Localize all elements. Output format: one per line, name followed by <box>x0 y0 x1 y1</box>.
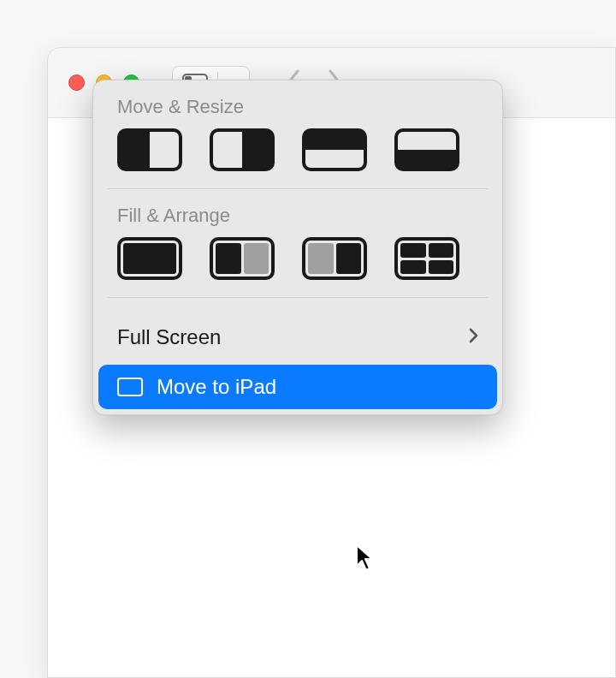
chevron-right-icon <box>469 326 478 348</box>
tile-bottom-half-button[interactable] <box>394 128 459 171</box>
full-screen-menu-item[interactable]: Full Screen <box>93 313 502 361</box>
menu-divider <box>107 297 489 298</box>
tile-top-half-button[interactable] <box>302 128 367 171</box>
fill-screen-button[interactable] <box>117 237 182 280</box>
move-to-ipad-menu-item[interactable]: Move to iPad <box>98 365 497 409</box>
tile-left-half-button[interactable] <box>117 128 182 171</box>
fill-arrange-row <box>93 237 502 297</box>
window-tiling-menu: Move & Resize Fill & Arrange Full Screen… <box>92 80 503 415</box>
move-resize-row <box>93 128 502 188</box>
fill-arrange-label: Fill & Arrange <box>93 205 502 237</box>
menu-divider <box>107 188 489 189</box>
close-window-button[interactable] <box>68 74 85 91</box>
arrange-right-left-button[interactable] <box>302 237 367 280</box>
full-screen-label: Full Screen <box>117 325 221 349</box>
move-resize-label: Move & Resize <box>93 96 502 128</box>
move-to-ipad-label: Move to iPad <box>157 375 276 399</box>
arrange-quarters-button[interactable] <box>394 237 459 280</box>
arrange-left-right-button[interactable] <box>210 237 275 280</box>
ipad-icon <box>117 378 143 396</box>
tile-right-half-button[interactable] <box>210 128 275 171</box>
